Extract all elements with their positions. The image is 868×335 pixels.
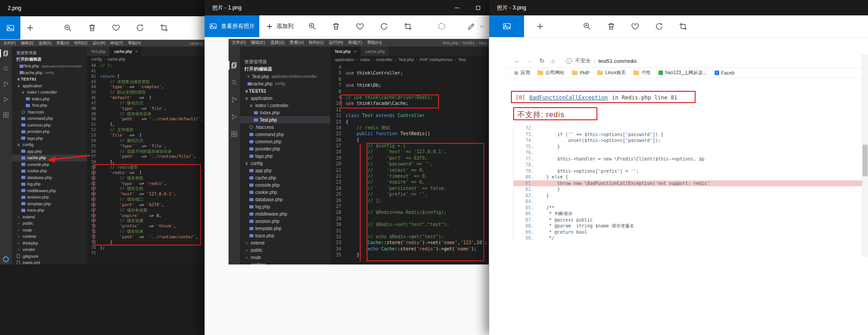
explorer-item[interactable]: command.php [240,131,330,138]
explorer-item[interactable]: ›route [12,227,87,234]
menu-item[interactable]: 文件(F) [232,40,246,46]
scrollbar[interactable] [862,54,868,257]
menu-item[interactable]: 终端(T) [110,41,123,46]
rotate-button[interactable] [134,24,146,32]
explorer-item[interactable]: log.php [12,181,87,188]
delete-button[interactable] [86,24,98,32]
breadcrumb-item[interactable]: index [360,57,370,62]
explorer-item[interactable]: provider.php [12,128,87,135]
extensions-icon[interactable] [229,131,240,137]
home-icon[interactable]: ⌂ [551,57,555,64]
menu-item[interactable]: 转到(G) [74,41,87,46]
see-all-photos-button[interactable] [489,15,524,37]
bookmark-item[interactable]: ⊞应用 [514,70,530,76]
explorer-item[interactable]: command.php [12,115,87,122]
editor-tab[interactable]: Test.php× [330,47,361,56]
menu-item[interactable]: 查看(V) [57,41,69,46]
open-editors-header[interactable]: 打开的编辑器 [12,57,87,63]
explorer-item[interactable]: .gitignore [12,253,87,260]
explorer-item[interactable]: cookie.php [240,189,330,196]
menu-item[interactable]: 帮助(H) [128,41,141,46]
window-titlebar[interactable]: 照片 - 1.png [205,0,489,15]
explorer-icon[interactable] [0,50,12,57]
breadcrumb-item[interactable]: cache.php [108,57,125,61]
minimize-button[interactable] [447,0,467,15]
explorer-item[interactable]: ∨application [240,94,330,102]
breadcrumb-item[interactable]: Test.php [399,57,414,62]
editor-tab[interactable]: cache.php× [110,47,142,56]
rotate-button[interactable] [653,22,665,31]
run-debug-icon[interactable] [0,96,12,103]
menu-item[interactable]: 文件(F) [3,41,16,46]
source-control-icon[interactable] [0,81,12,87]
breadcrumb-item[interactable]: config [91,57,102,61]
open-editor-item[interactable]: cache.phpconfig [240,80,330,87]
menu-item[interactable]: 帮助(H) [367,40,382,46]
exception-class-link[interactable]: BadFunctionCallException [529,94,608,101]
bookmark-item[interactable]: 个性 [634,70,651,76]
bookmark-item[interactable]: PHP [572,70,590,75]
explorer-item[interactable]: console.php [240,181,330,189]
explorer-item[interactable]: ›extend [12,214,87,221]
explorer-item[interactable]: ∨config [12,142,87,148]
zoom-button[interactable] [306,22,318,31]
explorer-item[interactable]: common.php [240,138,330,145]
explorer-item[interactable]: ›public [12,220,87,227]
bookmark-item[interactable]: fFaceb [715,70,734,75]
explorer-item[interactable]: .htaccess [240,123,330,131]
close-icon[interactable]: × [247,74,250,79]
explorer-item[interactable]: database.php [12,175,87,181]
explorer-item[interactable]: app.php [12,148,87,155]
bookmark-item[interactable]: hao123_上网从这... [658,70,707,76]
menu-item[interactable]: 编辑(E) [21,41,33,46]
explorer-item[interactable]: ∨index \ controller [240,102,330,109]
explorer-item[interactable]: log.php [240,203,330,210]
breadcrumb-item[interactable]: controller [376,57,393,62]
menu-item[interactable]: 选择(S) [270,40,285,46]
code-editor[interactable]: 40// ];4142return [43 // 使用复合缓存类型44 'typ… [87,62,205,264]
account-icon[interactable] [3,256,9,262]
explorer-item[interactable]: ›thinkphp [12,240,87,247]
explorer-icon[interactable] [229,62,240,69]
favorite-button[interactable] [629,22,641,31]
search-icon[interactable] [229,79,240,86]
open-editor-item[interactable]: cache.phpconfig [12,70,87,76]
open-editor-item[interactable]: Test.phpapplication\index\controller [12,63,87,70]
info-icon[interactable]: i [566,58,572,64]
explorer-item[interactable]: Test.php [12,102,87,109]
explorer-item[interactable]: middleware.php [240,210,330,217]
add-button[interactable] [24,24,36,32]
source-control-icon[interactable] [229,96,240,103]
menu-item[interactable]: 转到(G) [309,40,324,46]
add-button[interactable] [534,22,546,31]
forward-icon[interactable]: → [527,57,533,64]
project-root[interactable]: ∨ TEST51 [240,87,330,94]
breadcrumb-item[interactable]: Test [458,57,466,62]
explorer-item[interactable]: template.php [240,225,330,232]
editor-tab[interactable]: Test.php [87,47,110,56]
crop-button[interactable] [677,22,689,31]
see-all-photos-button[interactable]: 查看所有照片 [205,15,259,37]
bookmark-item[interactable]: 公司网站 [538,70,564,76]
open-editors-header[interactable]: 打开的编辑器 [240,66,330,73]
explorer-item[interactable]: ›route [240,254,330,261]
run-debug-icon[interactable] [229,113,240,120]
explorer-item[interactable]: ∨application [12,83,87,90]
menu-item[interactable]: 选择(S) [38,41,51,46]
add-to-button[interactable]: 添加到 [266,23,294,30]
explorer-item[interactable]: ›extend [240,239,330,246]
project-root[interactable]: ∨ TEST51 [12,76,87,83]
close-icon[interactable]: × [135,49,138,54]
explorer-item[interactable]: cache.php [12,155,87,161]
draw-button[interactable] [466,22,477,31]
explorer-item[interactable]: middleware.php [12,188,87,194]
explorer-item[interactable]: tags.php [12,135,87,142]
code-editor[interactable]: 45use think\Controller;67use think\Db;89… [330,63,489,264]
bookmark-item[interactable]: Linux相关 [597,70,626,76]
explorer-item[interactable]: common.php [12,122,87,129]
menu-item[interactable]: 终端(T) [348,40,362,46]
explorer-item[interactable]: cache.php [240,174,330,181]
explorer-item[interactable]: trace.php [240,232,330,239]
close-icon[interactable]: × [354,49,357,54]
search-icon[interactable] [0,66,12,72]
